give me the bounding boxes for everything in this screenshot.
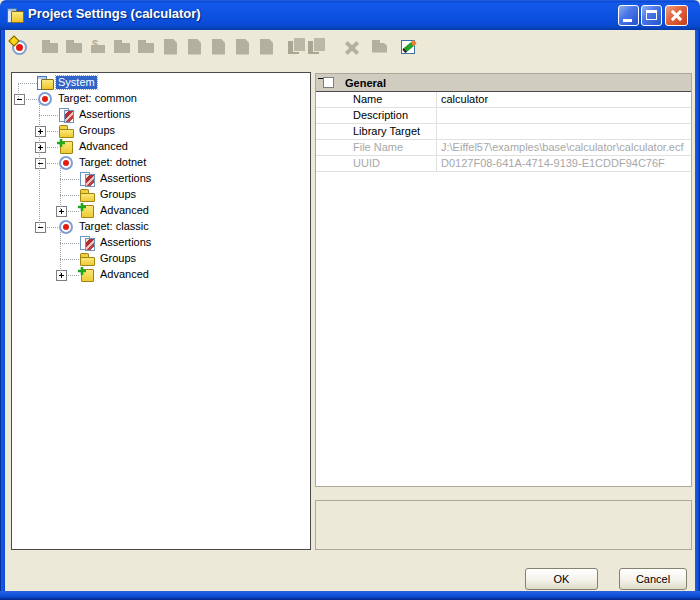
tree-item-label: Assertions [98,172,153,185]
tree-item-groups[interactable]: Groups [12,251,310,267]
folder-add-icon [79,204,97,218]
tree-item-label: Groups [77,124,117,137]
folder-icon-2 [113,37,133,57]
tree-item-target-common[interactable]: Target: common [12,91,310,107]
assertions-icon [58,108,76,122]
property-row-name: Namecalculator [316,92,691,108]
document-icon-2 [185,37,205,57]
document-icon-5 [257,37,277,57]
new-target-icon[interactable] [10,37,30,57]
tree-item-target-classic[interactable]: Target: classic [12,219,310,235]
property-label: Description [340,108,437,123]
window-frame-left [0,30,5,591]
section-header-general[interactable]: General [316,74,691,92]
tree-item-label: Groups [98,188,138,201]
window-frame-bottom [0,591,700,600]
property-indent [316,124,340,139]
tree-item-target-dotnet[interactable]: Target: dotnet [12,155,310,171]
ok-button[interactable]: OK [525,568,598,590]
folder-add-icon [79,268,97,282]
tree-item-assertions[interactable]: Assertions [12,171,310,187]
titlebar: Project Settings (calculator) [0,0,700,30]
toolbar [4,31,696,62]
close-button[interactable] [665,5,688,26]
property-row-library-target: Library Target [316,124,691,140]
settings-tree: SystemTarget: commonAssertionsGroupsAdva… [11,72,311,550]
tree-item-label: Target: dotnet [77,156,148,169]
tree-item-label: Target: common [56,92,139,105]
tree-item-label: Assertions [98,236,153,249]
tree-item-advanced[interactable]: Advanced [12,139,310,155]
tree-connector [39,115,58,117]
property-value-description[interactable] [437,108,691,123]
tree-connector [18,83,20,99]
folder-icon-1 [41,37,61,57]
tree-item-label: Assertions [77,108,132,121]
property-value-library-target[interactable] [437,124,691,139]
document-icon-3 [209,37,229,57]
tree-connector [60,195,79,197]
documents-icon-1 [287,37,307,57]
maximize-button[interactable] [641,5,662,26]
property-value-file-name: J:\Eiffel57\examples\base\calculator\cal… [437,140,691,155]
folder-add-icon [58,140,76,154]
tree-item-label: Target: classic [77,220,151,233]
document-icon-4 [233,37,253,57]
tree-item-label: Advanced [98,204,151,217]
property-indent [316,156,340,171]
folder-copy-icon [65,37,85,57]
delete-x-icon [342,37,362,57]
assertions-icon [79,172,97,186]
property-label: Library Target [340,124,437,139]
property-row-description: Description [316,108,691,124]
tree-connector [60,168,62,211]
document-icon-1 [161,37,181,57]
tree-item-groups[interactable]: Groups [12,187,310,203]
tree-item-assertions[interactable]: Assertions [12,107,310,123]
tree-connector [39,104,41,227]
tree-connector [60,259,79,261]
assertions-icon [79,236,97,250]
folder-icon [58,124,76,138]
tree-item-groups[interactable]: Groups [12,123,310,139]
property-label: Name [340,92,437,107]
folder-icon [79,252,97,266]
property-indent [316,108,340,123]
project-settings-window: Project Settings (calculator) SystemTarg… [0,0,700,600]
property-value-name[interactable]: calculator [437,92,691,107]
property-label: File Name [340,140,437,155]
window-title: Project Settings (calculator) [28,6,201,21]
tree-item-label: Groups [98,252,138,265]
edit-pencil-icon[interactable] [400,37,420,57]
section-label: General [345,77,386,89]
property-indent [316,140,340,155]
tree-connector [60,243,79,245]
tree-connector [18,83,37,85]
system-icon [37,76,55,90]
minimize-button[interactable] [618,5,639,26]
window-icon [7,7,24,23]
documents-icon-2 [307,37,327,57]
tree-item-advanced[interactable]: Advanced [12,267,310,283]
tree-connector [60,179,79,181]
tree-item-label: Advanced [77,140,130,153]
cancel-button[interactable]: Cancel [619,568,687,590]
tree-item-system[interactable]: System [12,75,310,91]
tree-connector [60,232,62,275]
folder-icon [79,188,97,202]
tree-item-label: System [56,76,97,89]
properties-grid: General NamecalculatorDescriptionLibrary… [315,73,692,487]
description-panel [315,500,692,550]
window-frame-right [695,30,700,591]
lock-icon [370,37,390,57]
property-row-uuid: UUIDD0127F08-641A-4714-9139-E1CDDF94C76F [316,156,691,172]
tree-item-advanced[interactable]: Advanced [12,203,310,219]
property-row-file-name: File NameJ:\Eiffel57\examples\base\calcu… [316,140,691,156]
rename-icon [89,37,109,57]
property-indent [316,92,340,107]
property-value-uuid: D0127F08-641A-4714-9139-E1CDDF94C76F [437,156,691,171]
tree-item-assertions[interactable]: Assertions [12,235,310,251]
collapse-section-icon[interactable] [323,77,334,88]
property-label: UUID [340,156,437,171]
folder-move-icon [137,37,157,57]
